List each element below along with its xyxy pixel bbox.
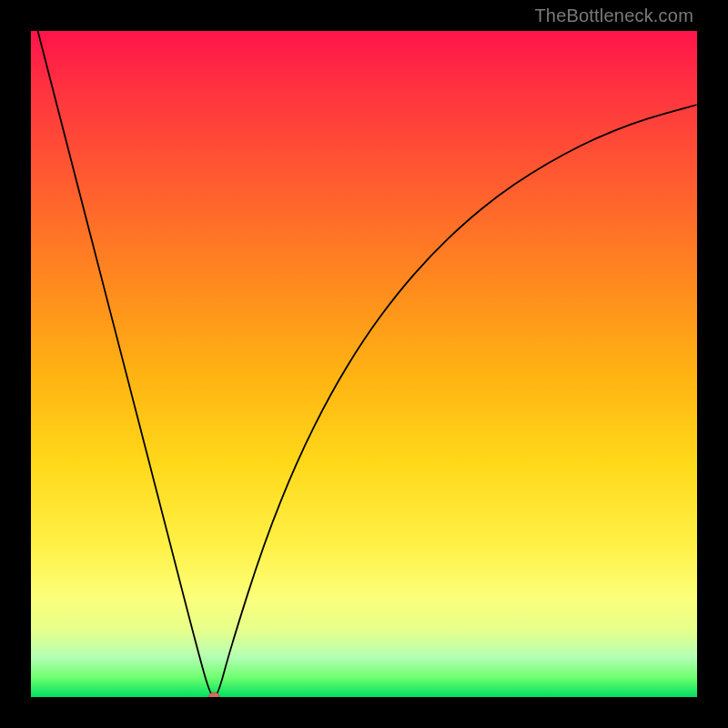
plot-area (31, 31, 697, 697)
chart-container: TheBottleneck.com (0, 0, 728, 728)
attribution-text: TheBottleneck.com (534, 5, 693, 26)
bottleneck-curve (31, 31, 697, 697)
